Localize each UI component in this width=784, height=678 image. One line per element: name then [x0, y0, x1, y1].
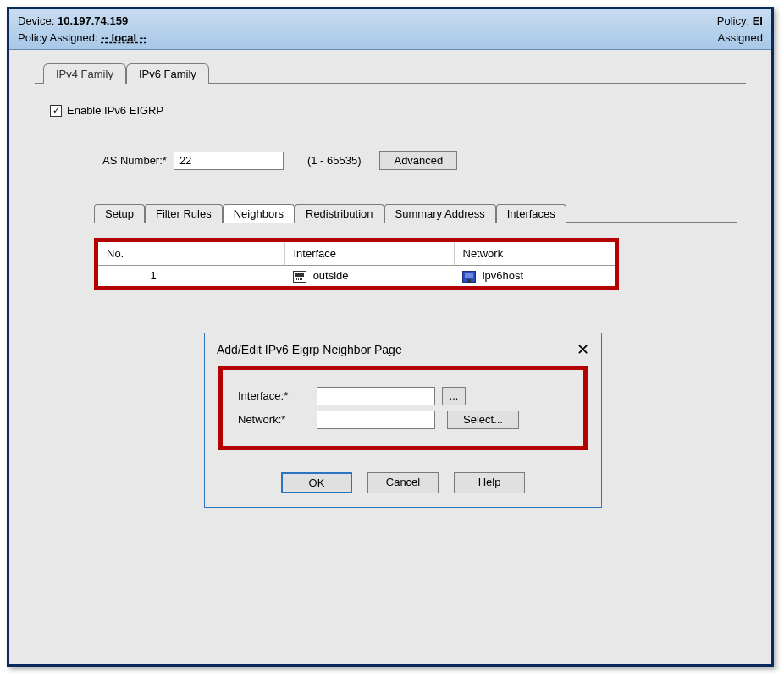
ok-button[interactable]: OK	[281, 472, 352, 493]
dialog-title-text: Add/Edit IPv6 Eigrp Neighbor Page	[217, 343, 402, 356]
network-input[interactable]	[317, 411, 435, 429]
inner-tab-filter-rules[interactable]: Filter Rules	[145, 204, 223, 223]
inner-tab-redistribution[interactable]: Redistribution	[295, 204, 384, 223]
enable-ipv6-eigrp-row: ✓ Enable IPv6 EIGRP	[50, 104, 737, 117]
policy-value-right: EI	[753, 14, 763, 27]
device-value: 10.197.74.159	[58, 14, 128, 27]
dialog-titlebar: Add/Edit IPv6 Eigrp Neighbor Page ✕	[205, 333, 601, 366]
network-row: Network:* Select...	[238, 411, 568, 429]
cell-network: ipv6host	[454, 266, 615, 286]
header-bar: Device: 10.197.74.159 Policy Assigned: -…	[9, 9, 771, 50]
interface-browse-button[interactable]: ...	[442, 387, 466, 405]
cell-interface-text: outside	[313, 269, 349, 282]
cell-network-text: ipv6host	[483, 269, 523, 282]
advanced-button[interactable]: Advanced	[379, 151, 457, 170]
inner-tab-interfaces[interactable]: Interfaces	[496, 204, 566, 223]
network-select-button[interactable]: Select...	[447, 411, 519, 429]
enable-ipv6-eigrp-label: Enable IPv6 EIGRP	[67, 104, 163, 117]
inner-tab-row: Setup Filter Rules Neighbors Redistribut…	[94, 204, 737, 223]
policy-assigned-label: Policy Assigned:	[18, 31, 98, 44]
inner-tab-summary-address[interactable]: Summary Address	[384, 204, 496, 223]
as-number-input[interactable]	[174, 152, 284, 170]
as-number-row: AS Number:* (1 - 65535) Advanced	[102, 151, 737, 170]
tab-ipv6-family[interactable]: IPv6 Family	[126, 63, 209, 84]
help-button[interactable]: Help	[454, 472, 525, 493]
nic-icon	[293, 271, 306, 283]
inner-tab-neighbors[interactable]: Neighbors	[223, 204, 295, 223]
close-icon[interactable]: ✕	[577, 342, 589, 357]
app-window: Device: 10.197.74.159 Policy Assigned: -…	[7, 7, 774, 667]
as-number-label: AS Number:*	[102, 154, 167, 167]
policy-label-right: Policy:	[717, 14, 749, 27]
cell-no: 1	[98, 266, 284, 286]
col-header-no[interactable]: No.	[98, 242, 284, 266]
network-label: Network:*	[238, 413, 310, 426]
ipv6-family-panel: ✓ Enable IPv6 EIGRP AS Number:* (1 - 655…	[35, 83, 746, 516]
dialog-button-row: OK Cancel Help	[218, 472, 588, 493]
neighbors-table: No. Interface Network 1 outside	[98, 242, 615, 286]
interface-input[interactable]	[317, 387, 435, 405]
body-pane: IPv4 Family IPv6 Family ✓ Enable IPv6 EI…	[9, 50, 771, 663]
policy-assigned-value[interactable]: -- local --	[101, 31, 146, 44]
device-label: Device:	[18, 14, 54, 27]
neighbors-table-highlight: No. Interface Network 1 outside	[94, 238, 619, 290]
cancel-button[interactable]: Cancel	[367, 472, 439, 493]
table-row[interactable]: 1 outside ipv6host	[98, 266, 615, 286]
as-number-range: (1 - 65535)	[307, 154, 362, 167]
neighbors-panel: No. Interface Network 1 outside	[94, 222, 737, 508]
add-edit-neighbor-dialog: Add/Edit IPv6 Eigrp Neighbor Page ✕ Inte…	[204, 333, 602, 508]
col-header-interface[interactable]: Interface	[284, 242, 454, 266]
header-right: Policy: EI Assigned	[717, 13, 763, 46]
cell-interface: outside	[284, 266, 454, 286]
family-tab-row: IPv4 Family IPv6 Family	[43, 63, 746, 84]
dialog-body: Interface:* ... Network:* Select...	[205, 366, 601, 507]
assigned-label-right: Assigned	[718, 31, 763, 44]
col-header-network[interactable]: Network	[454, 242, 615, 266]
header-left: Device: 10.197.74.159 Policy Assigned: -…	[18, 13, 146, 46]
interface-label: Interface:*	[238, 389, 310, 402]
host-icon	[462, 271, 476, 283]
text-caret-icon	[323, 390, 323, 402]
tab-ipv4-family[interactable]: IPv4 Family	[43, 63, 126, 84]
enable-ipv6-eigrp-checkbox[interactable]: ✓	[50, 105, 62, 117]
inner-tab-setup[interactable]: Setup	[94, 204, 145, 223]
dialog-fields-highlight: Interface:* ... Network:* Select...	[218, 366, 588, 450]
interface-row: Interface:* ...	[238, 387, 568, 405]
